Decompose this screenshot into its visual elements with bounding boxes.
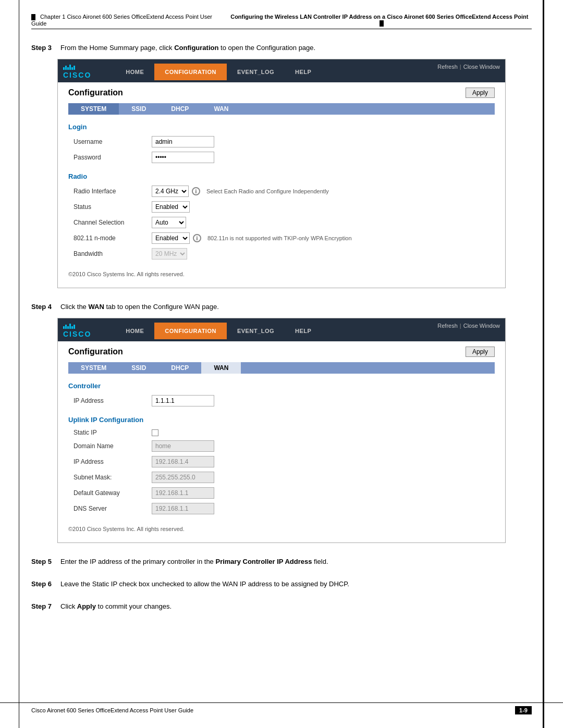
bar2-4: [69, 324, 71, 329]
step3-bold: Configuration: [174, 44, 218, 52]
bar4: [69, 65, 71, 70]
panel1-tabs[interactable]: SYSTEM SSID DHCP WAN: [68, 103, 495, 115]
panel2-close-window-link[interactable]: Close Window: [463, 323, 500, 329]
step7-bold: Apply: [77, 602, 96, 610]
panel1-username-row: Username: [68, 135, 495, 149]
panel1-bandwidth-select: 20 MHz: [152, 248, 187, 260]
doc-header-left: Chapter 1 Cisco Aironet 600 Series Offic…: [31, 14, 227, 27]
doc-footer-text: Cisco Aironet 600 Series OfficeExtend Ac…: [31, 707, 193, 713]
panel2-static-ip-checkbox[interactable]: [152, 429, 158, 436]
panel2-subnet-value: [152, 472, 214, 483]
panel2-subnet-label: Subnet Mask:: [68, 474, 152, 481]
panel1-radio-interface-label: Radio Interface: [68, 188, 152, 195]
panel2-domain-input: [152, 440, 214, 452]
panel2-tab-ssid[interactable]: SSID: [119, 362, 158, 374]
panel1-channel-select[interactable]: Auto Manual: [152, 217, 186, 228]
bar2-5: [71, 326, 73, 329]
bar2-6: [74, 325, 75, 329]
panel2-tab-wan[interactable]: WAN: [201, 362, 241, 374]
panel1-radio-section: Radio Radio Interface 2.4 GHz 5 GHz i Se…: [68, 172, 495, 261]
panel1-tab-ssid[interactable]: SSID: [119, 103, 158, 115]
nav1-configuration[interactable]: Configuration: [154, 64, 227, 80]
panel1-nav[interactable]: Home Configuration Event_Log Help: [115, 64, 322, 80]
bar2-3: [67, 326, 69, 329]
panel2-apply-button[interactable]: Apply: [466, 347, 495, 357]
nav1-home[interactable]: Home: [115, 64, 154, 80]
panel2-nav[interactable]: Home Configuration Event_Log Help: [115, 323, 322, 339]
panel1-password-input[interactable]: [152, 152, 214, 163]
panel1-channel-value: Auto Manual: [152, 217, 186, 228]
panel1-status-select[interactable]: Enabled Disabled: [152, 201, 190, 213]
panel2-domain-row: Domain Name: [68, 439, 495, 453]
panel2-refresh-link[interactable]: Refresh: [437, 323, 458, 329]
panel2-ip-label: IP Address: [68, 397, 152, 404]
panel2-subnet-input: [152, 472, 214, 483]
panel2-gateway-input: [152, 487, 214, 499]
panel2-ip-input[interactable]: [152, 395, 214, 406]
panel2-gateway-row: Default Gateway: [68, 486, 495, 500]
panel2-domain-label: Domain Name: [68, 442, 152, 450]
nav2-configuration[interactable]: Configuration: [154, 323, 227, 339]
panel1-password-row: Password: [68, 151, 495, 164]
panel1-username-input[interactable]: [152, 136, 214, 147]
bar5: [71, 67, 73, 70]
panel1-apply-button[interactable]: Apply: [466, 88, 495, 98]
panel1-radio-interface-info-icon[interactable]: i: [192, 187, 200, 195]
step3-label: Step 3: [31, 44, 56, 52]
panel1: CISCO Home Configuration Event_Log Help …: [57, 59, 506, 288]
cisco-logo-graphic-2: CISCO: [63, 324, 91, 338]
step5-text-before: Enter the IP address of the primary cont…: [60, 558, 215, 565]
bar2-1: [63, 326, 65, 329]
panel1-copyright: ©2010 Cisco Systems Inc. All rights rese…: [68, 271, 495, 277]
nav1-help[interactable]: Help: [285, 64, 322, 80]
panel1-radio-interface-select[interactable]: 2.4 GHz 5 GHz: [152, 186, 189, 197]
step5-line: Step 5 Enter the IP address of the prima…: [31, 558, 532, 565]
doc-header-left-text: Chapter 1 Cisco Aironet 600 Series Offic…: [31, 14, 212, 27]
panel1-nmode-note: 802.11n is not supported with TKIP-only …: [207, 235, 352, 241]
panel2-tab-system[interactable]: SYSTEM: [68, 362, 119, 374]
panel1-password-value: [152, 152, 214, 163]
panel2-static-ip-row: Static IP: [68, 428, 495, 437]
panel2-uplink-ip-value: [152, 456, 214, 467]
panel2-tab-dhcp[interactable]: DHCP: [158, 362, 201, 374]
panel1-tab-wan[interactable]: WAN: [201, 103, 241, 115]
panel1-close-window-link[interactable]: Close Window: [463, 64, 500, 70]
panel2-uplink-title: Uplink IP Configuration: [68, 416, 495, 424]
panel2: CISCO Home Configuration Event_Log Help …: [57, 318, 506, 543]
panel1-bandwidth-row: Bandwidth 20 MHz: [68, 247, 495, 261]
panel2-controller-section: Controller IP Address: [68, 382, 495, 408]
panel2-sep: |: [460, 323, 461, 329]
step5-text-after: field.: [312, 558, 328, 565]
nav2-help[interactable]: Help: [285, 323, 322, 339]
panel1-title-row: Configuration Apply: [68, 88, 495, 98]
header-bar-icon: [31, 14, 35, 20]
panel1-nmode-label: 802.11 n-mode: [68, 235, 152, 242]
step4-line: Step 4 Click the WAN tab to open the Con…: [31, 303, 532, 311]
panel2-logo-nav: CISCO Home Configuration Event_Log Help: [58, 320, 437, 341]
panel1-channel-label: Channel Selection: [68, 219, 152, 226]
panel2-gateway-value: [152, 487, 214, 499]
step7-text: Click Apply to commit your changes.: [60, 602, 172, 610]
panel2-dns-value: [152, 503, 214, 514]
panel1-tab-dhcp[interactable]: DHCP: [158, 103, 201, 115]
nav2-event-log[interactable]: Event_Log: [227, 323, 285, 339]
panel1-top-links: Refresh | Close Window: [437, 61, 500, 72]
nav2-home[interactable]: Home: [115, 323, 154, 339]
cisco-signal-bars-2: [63, 324, 91, 329]
panel2-uplink-ip-row: IP Address: [68, 455, 495, 468]
panel1-nmode-select[interactable]: Enabled Disabled: [152, 232, 190, 244]
panel1-content: Configuration Apply SYSTEM SSID DHCP WAN…: [58, 82, 505, 288]
panel2-controller-title: Controller: [68, 382, 495, 390]
nav1-event-log[interactable]: Event_Log: [227, 64, 285, 80]
step7-text-after: to commit your changes.: [96, 602, 172, 610]
panel2-dns-label: DNS Server: [68, 505, 152, 512]
cisco-logo-text-2: CISCO: [63, 330, 91, 338]
panel1-nmode-info-icon[interactable]: i: [193, 234, 201, 242]
panel2-static-ip-value: [152, 429, 158, 436]
panel2-tabs[interactable]: SYSTEM SSID DHCP WAN: [68, 362, 495, 374]
panel2-domain-value: [152, 440, 214, 452]
panel1-tab-system[interactable]: SYSTEM: [68, 103, 119, 115]
panel1-refresh-link[interactable]: Refresh: [437, 64, 458, 70]
panel2-gateway-label: Default Gateway: [68, 489, 152, 497]
panel2-dns-row: DNS Server: [68, 502, 495, 515]
